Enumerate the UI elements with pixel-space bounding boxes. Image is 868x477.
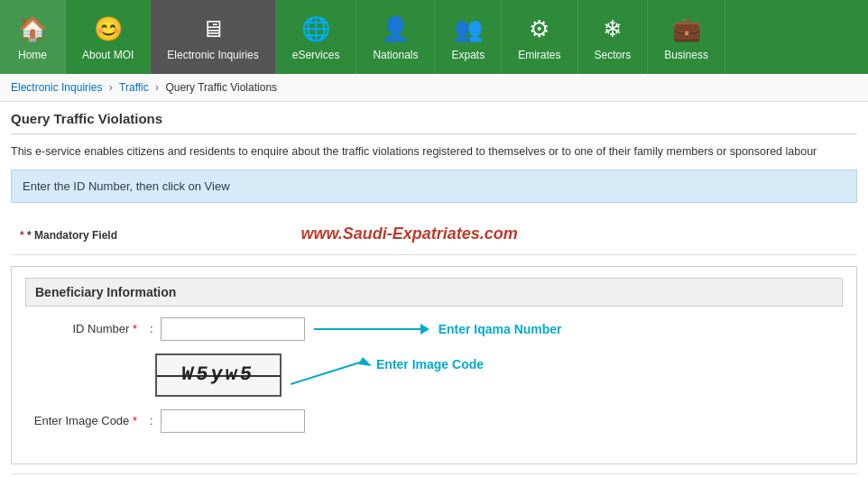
captcha-annotation: Enter Image Code [291,357,484,393]
electronic-inquiries-icon: 🖥 [197,13,229,45]
form-section: Beneficiary Information ID Number * : En… [11,266,857,464]
nav-electronic-inquiries[interactable]: 🖥 Electronic Inquiries [151,0,275,74]
image-code-colon: : [150,414,153,427]
nav-about-moi-label: About MOI [82,49,134,61]
nav-expats-label: Expats [451,49,485,61]
nav-home[interactable]: 🏠 Home [0,0,66,74]
nav-nationals[interactable]: 👤 Nationals [356,0,435,74]
nav-nationals-label: Nationals [373,49,418,61]
breadcrumb-sep-1: › [109,81,115,94]
top-navigation: 🏠 Home 😊 About MOI 🖥 Electronic Inquirie… [0,0,868,74]
section-title: Beneficiary Information [25,278,843,307]
svg-line-0 [291,362,363,384]
expats-icon: 👥 [452,13,485,45]
breadcrumb-link-inquiries[interactable]: Electronic Inquiries [11,81,102,94]
nav-eservices-label: eServices [292,49,340,61]
page-description: This e-service enables citizens and resi… [11,143,857,161]
nav-business-label: Business [664,49,708,61]
nav-business[interactable]: 💼 Business [648,0,725,74]
image-code-label: Enter Image Code * [25,414,143,427]
mandatory-label: * Mandatory Field [27,229,117,242]
nav-sectors-label: Sectors [595,49,632,61]
eservices-icon: 🌐 [300,13,332,45]
svg-marker-1 [358,357,372,366]
nav-about-moi[interactable]: 😊 About MOI [66,0,151,74]
image-code-row: Enter Image Code * : [25,409,843,433]
page-title: Query Traffic Violations [11,111,857,134]
id-number-label: ID Number * [25,322,143,335]
center-watermark: www.Saudi-Expatriates.com [300,219,517,249]
nav-expats[interactable]: 👥 Expats [435,0,502,74]
image-code-input[interactable] [161,409,305,433]
nav-emirates[interactable]: ⚙ Emirates [502,0,577,74]
id-annotation-text: Enter Iqama Number [439,322,562,336]
id-annotation: Enter Iqama Number [314,322,562,336]
captcha-image: W5yw5 [155,353,282,397]
breadcrumb-link-traffic[interactable]: Traffic [119,81,149,94]
nationals-icon: 👤 [379,13,411,45]
breadcrumb: Electronic Inquiries › Traffic › Query T… [0,74,868,102]
main-content: Query Traffic Violations This e-service … [0,102,868,477]
breadcrumb-sep-2: › [155,81,162,94]
nav-emirates-label: Emirates [518,49,560,61]
id-colon: : [150,322,153,335]
captcha-row: W5yw5 Enter Image Code [155,353,843,397]
nav-sectors[interactable]: ❄ Sectors [578,0,649,74]
nav-home-label: Home [18,49,47,61]
mandatory-note: * * Mandatory Field www.Saudi-Expatriate… [11,214,857,255]
emirates-icon: ⚙ [523,13,556,45]
breadcrumb-current: Query Traffic Violations [165,81,277,94]
nav-eservices[interactable]: 🌐 eServices [276,0,357,74]
footer-row: www.Saudi-Expatriates.com View Clear [11,473,857,477]
captcha-arrow-svg [291,357,372,393]
id-number-input[interactable] [161,317,305,341]
id-number-row: ID Number * : Enter Iqama Number [25,317,843,341]
sectors-icon: ❄ [596,13,629,45]
business-icon: 💼 [670,13,703,45]
home-icon: 🏠 [16,13,49,45]
info-box: Enter the ID Number, then click on View [11,170,857,203]
nav-electronic-inquiries-label: Electronic Inquiries [167,49,258,61]
id-arrow-line [314,328,422,330]
captcha-annotation-text: Enter Image Code [376,357,484,372]
about-moi-icon: 😊 [92,13,125,45]
mandatory-star: * [20,229,27,242]
